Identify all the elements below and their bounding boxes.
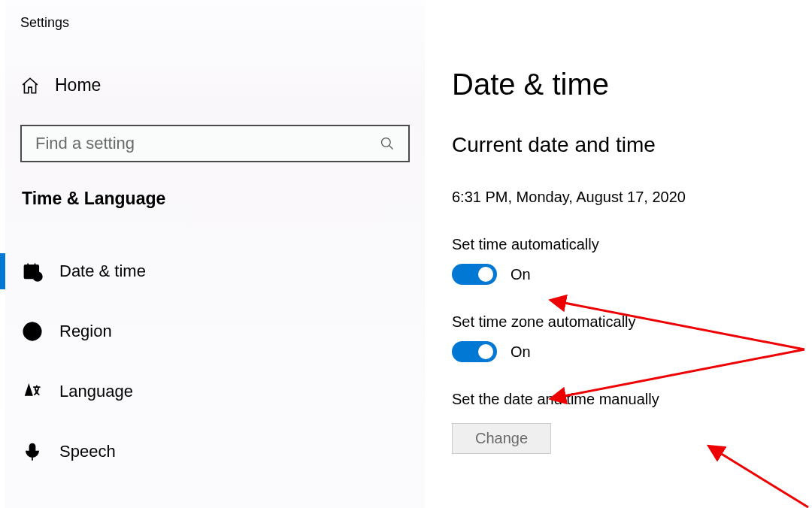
microphone-icon [22,441,43,462]
svg-line-8 [38,277,39,277]
home-nav[interactable]: Home [20,72,410,98]
sidebar-item-label: Language [59,382,133,401]
sidebar-item-label: Date & time [59,262,146,281]
window-title: Settings [20,15,410,31]
toggle-state: On [511,266,531,283]
sidebar-item-date-time[interactable]: Date & time [20,250,410,292]
toggle-label-auto-timezone: Set time zone automatically [452,313,812,331]
page-title: Date & time [452,68,812,101]
sidebar-item-region[interactable]: Region [20,310,410,352]
current-datetime: 6:31 PM, Monday, August 17, 2020 [452,189,812,206]
main-content: Date & time Current date and time 6:31 P… [425,0,812,508]
home-label: Home [55,75,101,95]
sidebar: Settings Home Find a setting Time & Lang… [0,0,425,508]
svg-point-0 [382,138,391,147]
search-placeholder: Find a setting [35,134,135,153]
toggle-auto-timezone[interactable] [452,341,497,362]
sidebar-item-label: Speech [59,442,116,461]
home-icon [20,76,40,95]
sidebar-item-language[interactable]: Language [20,370,410,413]
toggle-label-auto-time: Set time automatically [452,236,812,253]
category-heading: Time & Language [20,189,410,209]
change-button[interactable]: Change [452,423,551,454]
search-icon [380,136,395,151]
section-title: Current date and time [452,133,812,157]
sidebar-item-label: Region [59,322,112,341]
language-icon [22,381,43,402]
toggle-state: On [511,343,531,361]
calendar-icon [22,261,43,282]
globe-icon [22,321,43,342]
svg-line-1 [389,146,393,150]
manual-label: Set the date and time manually [452,391,812,408]
toggle-auto-time[interactable] [452,264,497,285]
sidebar-item-speech[interactable]: Speech [20,431,410,473]
search-input[interactable]: Find a setting [20,125,410,162]
